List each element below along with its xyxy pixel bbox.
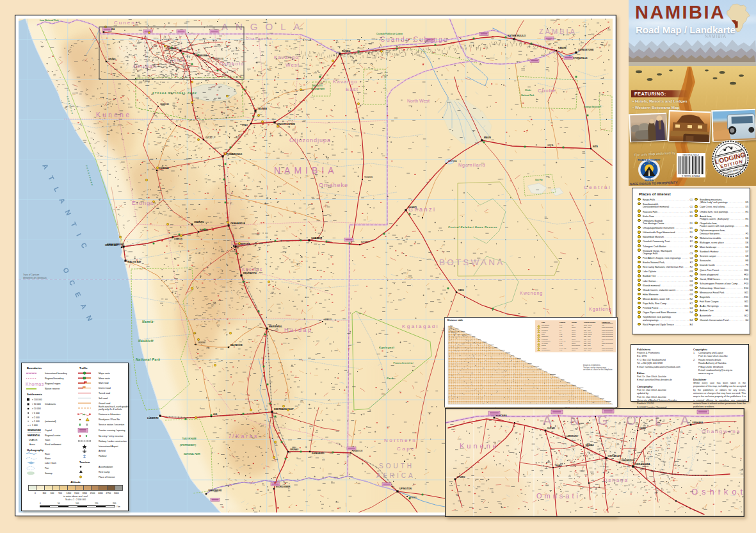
svg-text:Tourism: Tourism <box>79 461 90 464</box>
svg-text:Oshana: Oshana <box>168 58 185 62</box>
svg-text:Salt road: Salt road <box>99 397 108 400</box>
svg-text:> 1 000: > 1 000 <box>32 420 40 423</box>
svg-text:Kweneng: Kweneng <box>520 291 543 296</box>
svg-text:Rest Camp: Rest Camp <box>99 471 110 473</box>
svg-text:KARASBURG: KARASBURG <box>312 452 325 455</box>
svg-text:River: River <box>45 453 51 455</box>
svg-text:AUS: AUS <box>213 413 217 416</box>
svg-text:Ghanzi: Ghanzi <box>408 206 437 213</box>
svg-text:Aranos: Aranos <box>29 443 35 446</box>
svg-text:HENTIES BAY: HENTIES BAY <box>105 244 118 247</box>
svg-text:ISBN 99916-763-6-8: ISBN 99916-763-6-8 <box>682 154 699 156</box>
svg-text:Chobe: Chobe <box>538 88 556 94</box>
svg-text:Minor route: Minor route <box>99 377 110 380</box>
svg-text:ROADS AUTHORITY: ROADS AUTHORITY <box>638 159 661 161</box>
svg-text:Road pass / Pass No: Road pass / Pass No <box>99 418 120 421</box>
svg-text:1 000: 1 000 <box>32 424 38 427</box>
svg-text:> 10 000: > 10 000 <box>32 407 41 410</box>
svg-text:ONDANGWA: ONDANGWA <box>635 463 650 466</box>
svg-text:TSUMKWE: TSUMKWE <box>364 176 373 179</box>
svg-text:Erongo: Erongo <box>132 200 154 206</box>
svg-text:+ <: + < <box>28 424 31 427</box>
svg-text:Accomodation: Accomodation <box>99 466 113 468</box>
svg-text:North West: North West <box>407 99 430 103</box>
svg-text:Kunene: Kunene <box>460 442 499 450</box>
svg-text:NATIONAL PARK: NATIONAL PARK <box>311 88 325 90</box>
svg-text:Oshikoto: Oshikoto <box>691 487 755 496</box>
svg-text:Central: Central <box>584 184 611 190</box>
svg-text:OKAHANDJA: OKAHANDJA <box>230 222 245 225</box>
svg-text:MALTAHÖHE: MALTAHÖHE <box>230 343 243 347</box>
svg-text:International Airport: International Airport <box>99 445 118 448</box>
svg-text:Tarred road: Tarred road <box>99 392 110 395</box>
svg-text:NATA: NATA <box>593 145 599 148</box>
svg-text:TSAU //KHAEB: TSAU //KHAEB <box>182 438 197 440</box>
svg-text:9 789991 676364: 9 789991 676364 <box>682 175 700 177</box>
svg-text:> 5 000: > 5 000 <box>32 412 40 414</box>
svg-text:Northern: Northern <box>384 438 417 443</box>
svg-text:GWETA: GWETA <box>547 144 554 147</box>
svg-text:Traffic: Traffic <box>79 366 88 370</box>
svg-text:> 30 000: > 30 000 <box>32 403 41 406</box>
svg-text:ARANOS: ARANOS <box>325 318 332 321</box>
svg-text:Distance in kilometres: Distance in kilometres <box>99 413 120 416</box>
svg-text:National Park: National Park <box>521 94 535 97</box>
svg-text:Ngamiland: Ngamiland <box>458 163 485 168</box>
svg-text:Ohangwena: Ohangwena <box>702 429 741 434</box>
svg-text:Kgatleng: Kgatleng <box>589 307 612 312</box>
svg-text:Wendekreis des Steinbocks: Wendekreis des Steinbocks <box>23 277 47 279</box>
svg-text:BUITEPOS: BUITEPOS <box>361 241 369 243</box>
svg-text:(estimated): (estimated) <box>45 420 56 423</box>
svg-text:Harbour: Harbour <box>99 455 107 457</box>
svg-text:Tropic of Capricorn: Tropic of Capricorn <box>23 274 40 276</box>
svg-text:> 2 000: > 2 000 <box>32 416 40 419</box>
svg-text:KHORIXAS: KHORIXAS <box>159 167 169 170</box>
svg-text:WINDHOEK: WINDHOEK <box>28 429 41 432</box>
svg-text:OPUWO: OPUWO <box>108 58 116 61</box>
svg-text:UPINGTON: UPINGTON <box>399 488 412 490</box>
svg-text:Omaheke: Omaheke <box>319 182 348 188</box>
svg-text:Town: Town <box>45 439 50 441</box>
svg-text:LÜDERITZ: LÜDERITZ <box>147 416 159 420</box>
svg-text:Transfrontier: Transfrontier <box>393 361 414 365</box>
svg-text:ANGOLA: ANGOLA <box>543 413 707 427</box>
svg-text:Altitude: Altitude <box>70 480 81 484</box>
svg-text:East: East <box>346 86 358 92</box>
svg-text:Frontier crossing / opening: Frontier crossing / opening <box>99 429 125 432</box>
svg-text:Pan: Pan <box>45 467 49 470</box>
svg-text:< 100 000: < 100 000 <box>32 398 42 401</box>
svg-text:MAUN: MAUN <box>484 136 491 139</box>
svg-text:Kavango: Kavango <box>333 79 358 85</box>
svg-text:Airfield: Airfield <box>99 450 106 452</box>
svg-text:Place of Interest: Place of Interest <box>99 476 115 479</box>
svg-text:International boundary: International boundary <box>45 372 67 375</box>
svg-text:ZAMBIA: ZAMBIA <box>539 28 577 35</box>
svg-text:Coutada Pública de Luiana: Coutada Pública de Luiana <box>376 33 403 35</box>
svg-text:District road: District road <box>99 387 111 390</box>
svg-text:GRÜNAU: GRÜNAU <box>290 448 298 451</box>
svg-text:USAKOS: USAKOS <box>29 439 37 441</box>
svg-text:Regional boundary: Regional boundary <box>45 377 64 380</box>
svg-text:SESRIEM: SESRIEM <box>198 341 205 344</box>
svg-text:MARIENTAL: MARIENTAL <box>28 434 40 437</box>
svg-text:Oshana: Oshana <box>603 477 629 483</box>
svg-text:Railway / under construction: Railway / under construction <box>99 440 127 443</box>
svg-text:Nature reserve: Nature reserve <box>45 388 60 390</box>
svg-text:Major route: Major route <box>99 372 110 375</box>
svg-text:Rural settlement: Rural settlement <box>45 443 61 446</box>
svg-text:Lake / Dam: Lake / Dam <box>45 462 56 464</box>
svg-text:KATIMA MULILO: KATIMA MULILO <box>508 35 526 37</box>
svg-text:OPUWO: OPUWO <box>457 476 466 479</box>
svg-text:ETOSHA NATIONAL PARK: ETOSHA NATIONAL PARK <box>152 92 197 95</box>
svg-text:Hwange National P.: Hwange National P. <box>584 106 602 108</box>
svg-text:West: West <box>286 62 300 68</box>
svg-text:Nxai Pan: Nxai Pan <box>535 179 543 181</box>
svg-text:Main road: Main road <box>99 382 109 384</box>
svg-text:Khomas: Khomas <box>26 382 44 386</box>
svg-text:Kunene: Kunene <box>96 111 131 119</box>
svg-text:NATIONAL PARK: NATIONAL PARK <box>184 453 201 455</box>
svg-text:Namib-: Namib- <box>142 320 155 324</box>
svg-text:Capital: Capital <box>45 429 52 432</box>
svg-text:KARIBIB: KARIBIB <box>200 229 208 231</box>
svg-text:OSHAKATI: OSHAKATI <box>608 454 622 457</box>
